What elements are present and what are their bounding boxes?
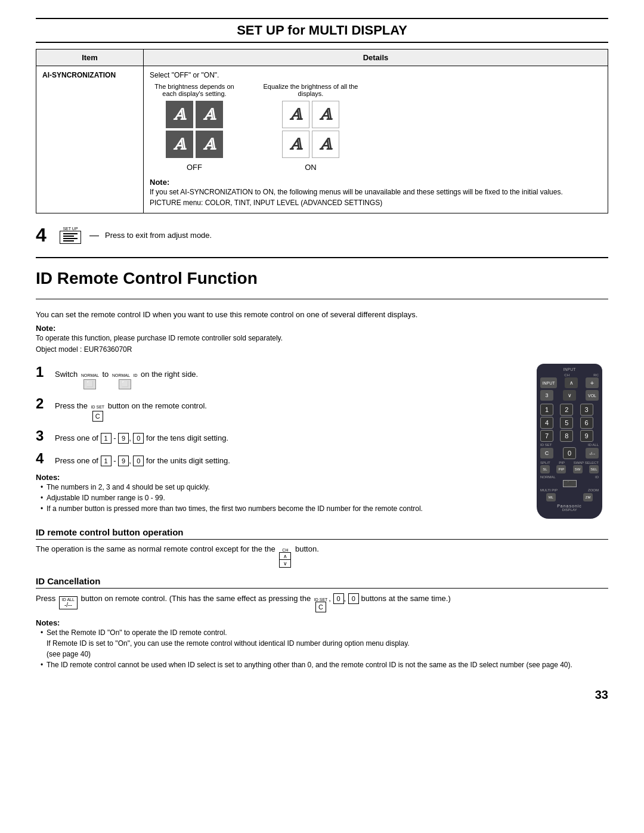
- ch-down-btn: ∨: [280, 560, 290, 567]
- remote-row-bottom: C 0 -/--: [540, 447, 599, 459]
- letter-b2: 𝔸: [312, 101, 339, 128]
- remote-top-bar: INPUT: [540, 367, 599, 371]
- step2-num: 2: [36, 395, 49, 412]
- step4-irc-content: Press one of 1 - 9, 0 for the units digi…: [55, 455, 230, 467]
- btn-3[interactable]: 3: [540, 390, 553, 401]
- btn-pip[interactable]: PIP: [556, 465, 566, 473]
- btn-0b: 0: [133, 456, 144, 466]
- btn-split[interactable]: SL: [540, 465, 550, 473]
- btn-swap[interactable]: SW: [573, 465, 583, 473]
- cancellation-notes-label: Notes:: [36, 618, 60, 627]
- off-block: The brightness depends on each display's…: [150, 83, 239, 172]
- remote-func-labels: SPLITPIPSWAP SELECT: [540, 461, 599, 465]
- irc-notes-block: Notes: The numbers in 2, 3 and 4 should …: [36, 473, 525, 514]
- off-grid: 𝔸 𝔸 𝔸 𝔸: [166, 101, 223, 158]
- remote-row-func: SL PIP SW SEL: [540, 465, 599, 473]
- select-text: Select "OFF" or "ON".: [150, 71, 358, 79]
- btn-input[interactable]: INPUT: [540, 377, 557, 388]
- note-text: If you set AI-SYNCRONIZATION to ON, the …: [150, 188, 563, 207]
- zero-btn-2: 0: [348, 593, 359, 604]
- id-button-op-text: The operation is the same as normal remo…: [36, 544, 608, 568]
- ch-button-inline: CH ∧ ∨: [279, 548, 291, 568]
- steps-remote-container: 1 Switch NORMAL ⬜ to NORMAL ID ⬜ on the …: [36, 364, 608, 519]
- step1-num: 1: [36, 364, 49, 380]
- irc-title: ID Remote Control Function: [36, 269, 608, 288]
- buttons-suffix: buttons at the same time.): [361, 594, 450, 603]
- id-set-label: ID SET C: [314, 597, 328, 612]
- press-text: Press: [36, 594, 55, 603]
- remote-row-input: INPUT ∧ +: [540, 377, 599, 388]
- step4-number: 4: [36, 224, 54, 246]
- remote-switch-row: ⬛: [540, 480, 599, 487]
- col-header-details: Details: [144, 49, 608, 66]
- irc-title-divider: [36, 299, 608, 299]
- irc-note-block: Note: To operate this function, please p…: [36, 324, 608, 355]
- btn-4r[interactable]: 4: [540, 417, 553, 429]
- setup-icon: [60, 231, 81, 244]
- irc-note-line1: To operate this function, please purchas…: [36, 334, 283, 342]
- btn-vol[interactable]: VOL: [586, 390, 599, 401]
- remote-switch[interactable]: ⬛: [563, 480, 577, 487]
- step3-num: 3: [36, 428, 49, 444]
- step2: 2 Press the ID SET C button on the remot…: [36, 395, 525, 422]
- letter-a2: 𝔸: [196, 101, 223, 128]
- display-label: DISPLAY: [540, 508, 599, 512]
- switch-id-icon: NORMAL ID ⬜: [112, 373, 138, 389]
- step4-arrow: —: [89, 230, 99, 241]
- note-label: Note:: [150, 178, 169, 187]
- setup-label-small: SET UP: [63, 227, 78, 231]
- id-all-button: ID ALL -/--: [59, 596, 78, 609]
- step4-text: Press to exit from adjust mode.: [105, 231, 212, 240]
- btn-1r[interactable]: 1: [540, 404, 553, 416]
- btn-multi[interactable]: ML: [546, 493, 556, 501]
- btn-c-r[interactable]: C: [540, 448, 553, 459]
- btn-9r[interactable]: 9: [580, 430, 593, 442]
- btn-7r[interactable]: 7: [540, 430, 553, 442]
- table-row-ai-sync: AI-SYNCRONIZATION Select "OFF" or "ON". …: [36, 66, 608, 213]
- irc-note-label: Note:: [36, 324, 55, 333]
- id-button-op-text-before: The operation is the same as normal remo…: [36, 544, 262, 553]
- ch-up-btn: ∧: [280, 553, 290, 560]
- remote-multi-labels: MULTI PIPZOOM: [540, 488, 599, 492]
- equalize-text: Equalize the brightness of all the displ…: [263, 83, 358, 97]
- btn-8r[interactable]: 8: [560, 430, 573, 442]
- remote-labels-row: CHRC: [540, 373, 599, 377]
- btn-dashdash[interactable]: -/--: [586, 448, 599, 459]
- details-cell: Select "OFF" or "ON". The brightness dep…: [144, 66, 608, 213]
- step4-irc: 4 Press one of 1 - 9, 0 for the units di…: [36, 450, 525, 467]
- letter-b4: 𝔸: [312, 131, 339, 158]
- btn-6r[interactable]: 6: [580, 417, 593, 429]
- c-button-icon: ID SET C: [91, 404, 105, 422]
- page-number: 33: [36, 688, 608, 702]
- id-cancellation-title: ID Cancellation: [36, 576, 608, 589]
- on-grid: 𝔸 𝔸 𝔸 𝔸: [282, 101, 339, 158]
- btn-ch-down[interactable]: ∨: [563, 390, 576, 401]
- note-item-3: If a number button is pressed more than …: [41, 503, 525, 514]
- btn-9: 9: [118, 433, 129, 444]
- step4-irc-num: 4: [36, 450, 49, 467]
- remote-body: INPUT CHRC INPUT ∧ + 3 ∨ VOL 1 2: [537, 364, 602, 519]
- btn-ch-up[interactable]: ∧: [565, 377, 578, 388]
- btn-2r[interactable]: 2: [560, 404, 573, 416]
- switch-normal-icon: NORMAL ⬜: [81, 373, 99, 389]
- btn-plus[interactable]: +: [586, 377, 599, 388]
- id-button-op-title: ID remote control button operation: [36, 527, 608, 540]
- btn-1b: 1: [101, 456, 112, 466]
- id-button-op-text-after: button.: [295, 544, 319, 553]
- num-grid: 1 2 3 4 5 6 7 8 9: [540, 404, 599, 442]
- letter-a3: 𝔸: [166, 131, 193, 158]
- brightness-text: The brightness depends on each display's…: [150, 83, 239, 97]
- step3-content: Press one of 1 - 9, 0 for the tens digit…: [55, 432, 228, 444]
- btn-select[interactable]: SEL: [589, 465, 599, 473]
- notes-label: Notes:: [36, 473, 60, 482]
- btn-zoom[interactable]: ZM: [583, 493, 593, 501]
- btn-1: 1: [101, 433, 112, 444]
- btn-3r[interactable]: 3: [580, 404, 593, 416]
- btn-9b: 9: [118, 456, 129, 466]
- steps-list: 1 Switch NORMAL ⬜ to NORMAL ID ⬜ on the …: [36, 364, 525, 514]
- irc-note-line2: Object model : EUR7636070R: [36, 345, 132, 354]
- step1: 1 Switch NORMAL ⬜ to NORMAL ID ⬜ on the …: [36, 364, 525, 389]
- btn-5r[interactable]: 5: [560, 417, 573, 429]
- btn-0r[interactable]: 0: [563, 447, 576, 459]
- ch-updown-btn: ∧ ∨: [279, 552, 291, 568]
